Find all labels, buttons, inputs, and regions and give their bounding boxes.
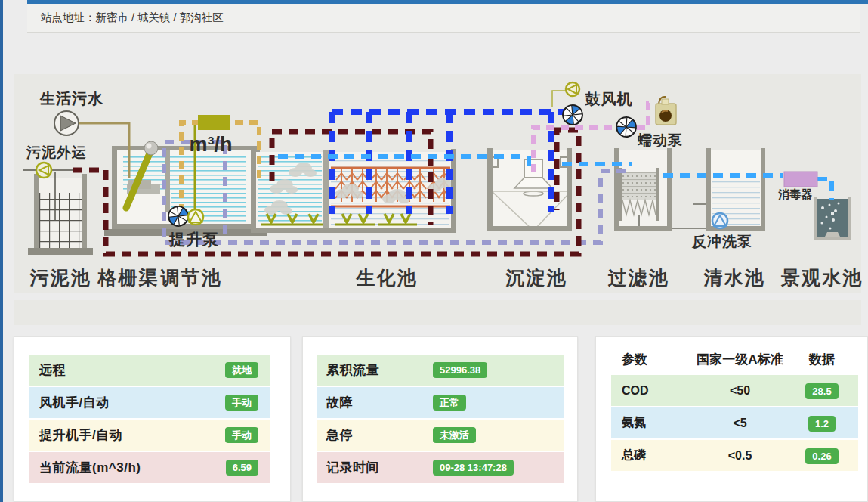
row-label: 故障 bbox=[317, 394, 433, 411]
tank-label-regulating: 调节池 bbox=[160, 267, 222, 288]
control-row-fan-mode: 风机手/自动 手动 bbox=[29, 387, 270, 418]
label-blower: 鼓风机 bbox=[585, 91, 633, 107]
tank-label-sedimentation: 沉淀池 bbox=[505, 267, 567, 288]
status-badge: 手动 bbox=[225, 395, 258, 411]
quality-panel-card: 参数 国家一级A标准 数据 COD <50 28.5 氨氮 <5 1.2 总磷 … bbox=[595, 336, 868, 502]
tank-label-landscape-pool: 景观水池 bbox=[780, 267, 863, 288]
tank-label-clean-water: 清水池 bbox=[703, 267, 765, 288]
status-badge: 未激活 bbox=[433, 427, 476, 443]
timestamp-badge: 09-28 13:47:28 bbox=[433, 460, 514, 476]
control-row-current-flow: 当前流量(m^3/h) 6.59 bbox=[29, 452, 270, 483]
quality-row-cod: COD <50 28.5 bbox=[611, 375, 858, 406]
status-row-total-flow: 累积流量 52996.38 bbox=[317, 355, 564, 386]
param-standard: <5 bbox=[694, 417, 786, 430]
param-name: COD bbox=[611, 384, 694, 398]
label-domestic-sewage: 生活污水 bbox=[39, 90, 103, 107]
backwash-pump-icon bbox=[712, 213, 727, 228]
site-address-text: 站点地址：新密市 / 城关镇 / 郭沟社区 bbox=[41, 11, 224, 25]
tank-sludge bbox=[28, 174, 93, 255]
value-badge: 0.26 bbox=[805, 448, 838, 464]
label-flow-unit: m³/h bbox=[190, 133, 233, 156]
status-row-estop: 急停 未激活 bbox=[317, 420, 564, 451]
scada-page: 站点地址：新密市 / 城关镇 / 郭沟社区 bbox=[0, 0, 868, 502]
column-header-data: 数据 bbox=[786, 351, 858, 368]
tank-label-filter: 过滤池 bbox=[608, 267, 669, 288]
label-peristaltic-pump: 蠕动泵 bbox=[637, 132, 683, 148]
status-panel-card: 累积流量 52996.38 故障 正常 急停 未激活 记录时间 09-28 13… bbox=[302, 336, 578, 502]
row-label: 累积流量 bbox=[317, 361, 433, 379]
process-flow-diagram: 生活污水 污泥外运 m³/h 提升泵 鼓风机 蠕动泵 消毒器 反冲洗泵 污泥池 … bbox=[0, 72, 868, 329]
row-label: 记录时间 bbox=[317, 459, 433, 476]
label-sludge-outbound: 污泥外运 bbox=[26, 144, 87, 160]
status-badge: 就地 bbox=[225, 362, 258, 378]
param-standard: <50 bbox=[694, 384, 786, 398]
row-label: 远程 bbox=[29, 361, 66, 379]
value-badge: 6.59 bbox=[226, 460, 258, 476]
param-name: 总磷 bbox=[611, 448, 694, 463]
quality-row-phosphorus: 总磷 <0.5 0.26 bbox=[611, 440, 858, 471]
disinfector-box-icon bbox=[784, 172, 817, 187]
status-row-fault: 故障 正常 bbox=[317, 387, 564, 418]
control-row-remote: 远程 就地 bbox=[29, 355, 270, 386]
quality-header-row: 参数 国家一级A标准 数据 bbox=[611, 348, 858, 370]
param-name: 氨氮 bbox=[611, 415, 694, 431]
column-header-standard: 国家一级A标准 bbox=[694, 351, 786, 368]
tank-label-biochemical: 生化池 bbox=[356, 267, 418, 288]
status-badge: 手动 bbox=[225, 427, 258, 443]
status-row-record-time: 记录时间 09-28 13:47:28 bbox=[317, 452, 564, 483]
column-header-param: 参数 bbox=[611, 351, 694, 368]
tank-biochemical bbox=[251, 149, 456, 233]
row-label: 提升机手/自动 bbox=[29, 426, 122, 444]
flow-meter-icon bbox=[198, 115, 230, 130]
value-badge: 1.2 bbox=[808, 416, 836, 432]
quality-row-ammonia: 氨氮 <5 1.2 bbox=[611, 407, 858, 438]
label-backwash-pump: 反冲洗泵 bbox=[691, 234, 752, 249]
label-lift-pump: 提升泵 bbox=[168, 231, 219, 248]
diagram-lower-band bbox=[14, 300, 861, 325]
control-row-lift-mode: 提升机手/自动 手动 bbox=[29, 420, 270, 451]
row-label: 急停 bbox=[317, 426, 433, 444]
row-label: 风机手/自动 bbox=[29, 394, 110, 411]
value-badge: 52996.38 bbox=[433, 362, 487, 378]
status-badge: 正常 bbox=[433, 395, 466, 411]
param-standard: <0.5 bbox=[694, 449, 786, 463]
row-label: 当前流量(m^3/h) bbox=[29, 459, 141, 476]
value-badge: 28.5 bbox=[805, 383, 838, 399]
tank-label-sludge: 污泥池 bbox=[29, 267, 91, 288]
tank-landscape-pool bbox=[814, 197, 851, 240]
site-address-bar: 站点地址：新密市 / 城关镇 / 郭沟社区 bbox=[27, 4, 860, 33]
control-panel-card: 远程 就地 风机手/自动 手动 提升机手/自动 手动 当前流量(m^3/h) 6… bbox=[14, 336, 291, 502]
tank-label-grid-channel: 格栅渠 bbox=[97, 267, 159, 288]
label-disinfector: 消毒器 bbox=[778, 187, 813, 200]
